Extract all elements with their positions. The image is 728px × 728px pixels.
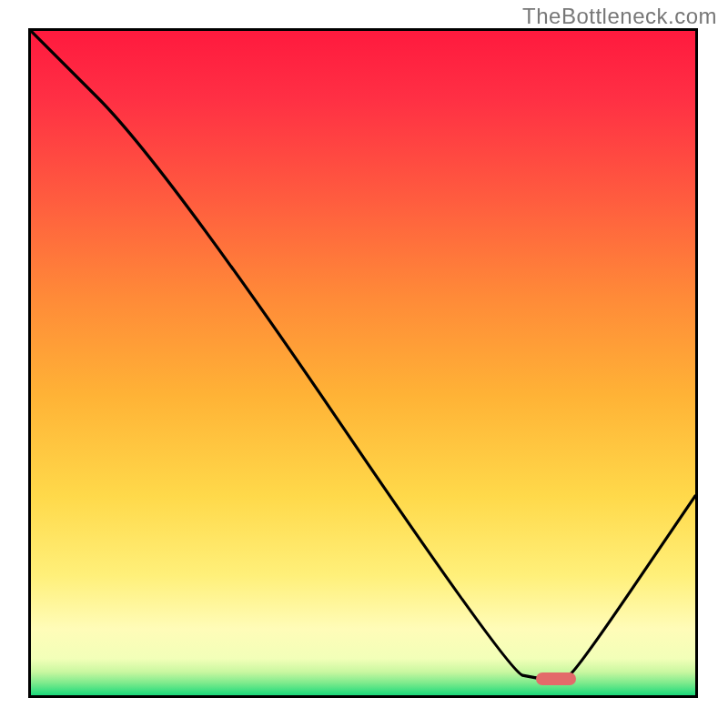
watermark-text: TheBottleneck.com [522,4,717,29]
plot-area [28,28,698,698]
bottleneck-curve [31,31,695,695]
optimum-marker [536,672,576,685]
